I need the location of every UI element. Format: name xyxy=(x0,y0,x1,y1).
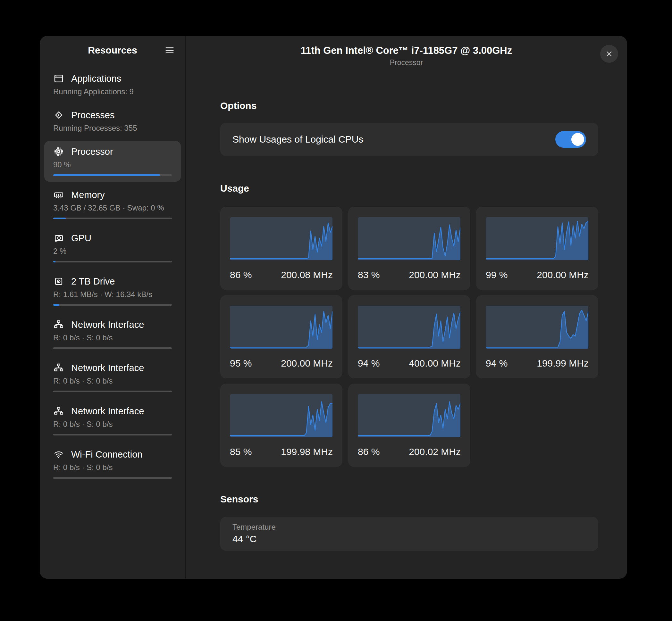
usage-progressbar xyxy=(53,174,172,176)
sidebar-list: Applications Running Applications: 9 Pro… xyxy=(40,65,185,490)
applications-icon xyxy=(53,73,64,84)
core-frequency: 200.00 MHz xyxy=(281,358,333,369)
toggle-label: Show Usages of Logical CPUs xyxy=(232,134,555,145)
core-frequency: 199.99 MHz xyxy=(537,358,589,369)
sidebar-item-network-2[interactable]: Network Interface R: 0 b/s · S: 0 b/s xyxy=(44,357,181,398)
sidebar-item-label: Memory xyxy=(71,190,105,200)
properties-section-label: Properties xyxy=(220,578,598,579)
core-frequency: 200.08 MHz xyxy=(281,270,333,280)
main-content: Options Show Usages of Logical CPUs Usag… xyxy=(186,100,627,579)
page-subtitle: Processor xyxy=(186,58,627,67)
sidebar-item-subtitle: 2 % xyxy=(53,247,172,256)
sidebar-item-subtitle: R: 1.61 MB/s · W: 16.34 kB/s xyxy=(53,290,172,299)
cpu-core-card-8: 86 % 200.02 MHz xyxy=(348,383,470,467)
core-frequency: 200.02 MHz xyxy=(409,446,461,457)
sidebar-item-label: Processes xyxy=(71,110,114,121)
sidebar: Resources Applications Running Applicati… xyxy=(40,36,186,579)
network-icon xyxy=(53,319,64,330)
network-icon xyxy=(53,362,64,373)
usage-section-label: Usage xyxy=(220,183,598,194)
sidebar-item-subtitle: 3.43 GB / 32.65 GB · Swap: 0 % xyxy=(53,204,172,212)
core-usage-percent: 86 % xyxy=(358,446,380,457)
sidebar-item-label: Network Interface xyxy=(71,320,144,330)
core-usage-percent: 94 % xyxy=(486,358,508,369)
sidebar-item-network-3[interactable]: Network Interface R: 0 b/s · S: 0 b/s xyxy=(44,401,181,441)
sidebar-item-processor[interactable]: Processor 90 % xyxy=(44,141,181,182)
drive-icon xyxy=(53,276,64,287)
cpu-core-card-3: 99 % 200.00 MHz xyxy=(476,207,598,290)
sidebar-item-subtitle: R: 0 b/s · S: 0 b/s xyxy=(53,420,172,429)
sidebar-item-label: Network Interface xyxy=(71,363,144,373)
core-usage-percent: 85 % xyxy=(230,446,252,457)
usage-progressbar xyxy=(53,347,172,349)
usage-progressbar xyxy=(53,434,172,436)
logical-cpus-option-row: Show Usages of Logical CPUs xyxy=(220,123,598,156)
temperature-card: Temperature 44 °C xyxy=(220,517,598,551)
sidebar-item-drive[interactable]: 2 TB Drive R: 1.61 MB/s · W: 16.34 kB/s xyxy=(44,271,181,312)
sidebar-item-label: Processor xyxy=(71,147,113,157)
sidebar-item-subtitle: Running Applications: 9 xyxy=(53,87,172,96)
logical-cpus-toggle[interactable] xyxy=(555,131,586,148)
cpu-core-card-4: 95 % 200.00 MHz xyxy=(220,295,343,378)
core-usage-percent: 99 % xyxy=(486,270,508,280)
cpu-usage-chart xyxy=(486,305,589,349)
sensors-section-label: Sensors xyxy=(220,494,598,505)
cpu-core-card-6: 94 % 199.99 MHz xyxy=(476,295,598,378)
sidebar-item-subtitle: R: 0 b/s · S: 0 b/s xyxy=(53,463,172,472)
sidebar-item-network-1[interactable]: Network Interface R: 0 b/s · S: 0 b/s xyxy=(44,314,181,355)
wifi-icon xyxy=(53,449,64,460)
core-usage-percent: 95 % xyxy=(230,358,252,369)
core-usage-percent: 83 % xyxy=(358,270,380,280)
resources-app-window: Resources Applications Running Applicati… xyxy=(40,36,627,579)
sidebar-item-wifi[interactable]: Wi-Fi Connection R: 0 b/s · S: 0 b/s xyxy=(44,444,181,485)
close-button[interactable] xyxy=(600,45,618,63)
sidebar-item-subtitle: 90 % xyxy=(53,160,172,169)
sidebar-item-label: Wi-Fi Connection xyxy=(71,449,142,460)
page-title: 11th Gen Intel® Core™ i7-1185G7 @ 3.00GH… xyxy=(186,45,627,56)
sidebar-item-applications[interactable]: Applications Running Applications: 9 xyxy=(44,68,181,102)
cpu-usage-chart xyxy=(358,394,461,438)
cpu-core-card-2: 83 % 200.00 MHz xyxy=(348,207,470,290)
core-frequency: 200.00 MHz xyxy=(409,270,461,280)
usage-progressbar xyxy=(53,477,172,479)
sidebar-item-label: Network Interface xyxy=(71,406,144,417)
options-section-label: Options xyxy=(220,100,598,111)
cpu-core-card-7: 85 % 199.98 MHz xyxy=(220,383,343,467)
toggle-knob xyxy=(571,133,584,146)
usage-progressbar xyxy=(53,304,172,306)
sidebar-item-subtitle: R: 0 b/s · S: 0 b/s xyxy=(53,333,172,342)
hamburger-menu-icon xyxy=(164,45,175,56)
sidebar-item-processes[interactable]: Processes Running Processes: 355 xyxy=(44,105,181,138)
sidebar-item-gpu[interactable]: GPU 2 % xyxy=(44,227,181,268)
sidebar-item-subtitle: R: 0 b/s · S: 0 b/s xyxy=(53,376,172,385)
cpu-core-card-1: 86 % 200.08 MHz xyxy=(220,207,343,290)
sidebar-item-label: Applications xyxy=(71,73,121,84)
temperature-value: 44 °C xyxy=(232,534,586,544)
core-frequency: 200.00 MHz xyxy=(537,270,589,280)
sidebar-item-subtitle: Running Processes: 355 xyxy=(53,124,172,133)
core-usage-percent: 86 % xyxy=(230,270,252,280)
usage-progressbar xyxy=(53,390,172,392)
menu-button[interactable] xyxy=(161,42,178,58)
sidebar-item-label: 2 TB Drive xyxy=(71,276,115,287)
network-icon xyxy=(53,406,64,417)
main-pane: 11th Gen Intel® Core™ i7-1185G7 @ 3.00GH… xyxy=(186,36,627,579)
sidebar-item-memory[interactable]: Memory 3.43 GB / 32.65 GB · Swap: 0 % xyxy=(44,184,181,225)
cpu-usage-chart xyxy=(230,394,333,438)
cpu-usage-chart xyxy=(358,217,461,260)
temperature-label: Temperature xyxy=(232,523,586,532)
processes-icon xyxy=(53,110,64,121)
usage-progressbar xyxy=(53,261,172,262)
cpu-usage-chart xyxy=(486,217,589,260)
cpu-usage-chart xyxy=(230,305,333,349)
core-frequency: 199.98 MHz xyxy=(281,446,333,457)
sidebar-title: Resources xyxy=(88,45,137,56)
cpu-core-card-5: 94 % 400.00 MHz xyxy=(348,295,470,378)
usage-progressbar xyxy=(53,217,172,219)
core-usage-percent: 94 % xyxy=(358,358,380,369)
memory-icon xyxy=(53,190,64,200)
sidebar-item-label: GPU xyxy=(71,233,91,244)
gpu-icon xyxy=(53,233,64,244)
usage-grid: 86 % 200.08 MHz 83 % 200.00 MHz 99 % xyxy=(220,207,598,467)
main-header: 11th Gen Intel® Core™ i7-1185G7 @ 3.00GH… xyxy=(186,36,627,67)
